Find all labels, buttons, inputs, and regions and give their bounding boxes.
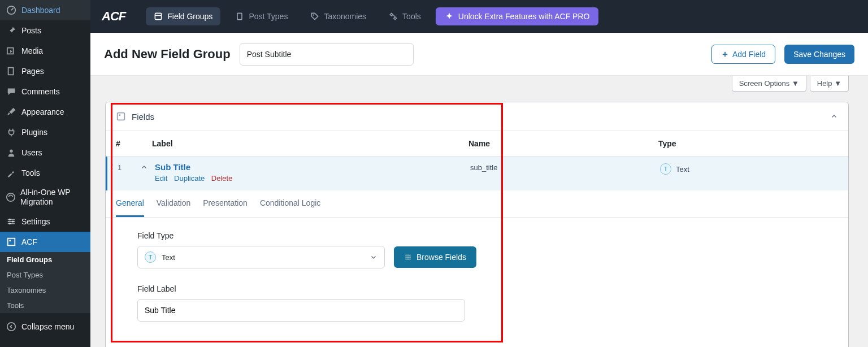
sidebar-item-pages[interactable]: Pages <box>0 61 90 81</box>
sidebar-item-media[interactable]: Media <box>0 41 90 61</box>
upsell-label: Unlock Extra Features with ACF PRO <box>458 12 590 21</box>
panel-header: Fields <box>106 102 848 131</box>
field-name: sub_title <box>470 162 660 172</box>
field-subtabs: General Validation Presentation Conditio… <box>106 190 848 218</box>
field-type: Text <box>676 165 689 174</box>
field-label-link[interactable]: Sub Title <box>155 162 470 172</box>
tab-tools[interactable]: Tools <box>381 7 429 25</box>
acf-icon <box>6 236 17 248</box>
subtab-validation[interactable]: Validation <box>157 190 190 217</box>
sidebar-sub-field-groups[interactable]: Field Groups <box>0 252 90 267</box>
plus-icon <box>721 50 729 58</box>
sidebar-item-aiowpm[interactable]: All-in-One WP Migration <box>0 183 90 211</box>
sidebar-label: Dashboard <box>21 6 60 15</box>
sparkle-icon <box>445 12 454 21</box>
panel-collapse-toggle[interactable] <box>830 112 838 120</box>
tab-label: Taxonomies <box>324 12 366 21</box>
screen-options-toggle[interactable]: Screen Options ▼ <box>732 76 806 92</box>
col-label: Label <box>152 139 468 148</box>
fields-icon <box>116 111 126 122</box>
collapse-label: Collapse menu <box>21 322 74 331</box>
field-label-setting-label: Field Label <box>137 284 817 293</box>
sidebar-label: Users <box>21 148 42 157</box>
chevron-down-icon <box>370 253 377 261</box>
page-title: Add New Field Group <box>104 47 231 62</box>
svg-rect-15 <box>118 113 125 120</box>
sidebar-item-dashboard[interactable]: Dashboard <box>0 0 90 20</box>
sidebar-label: Media <box>21 46 43 55</box>
svg-point-17 <box>405 254 406 255</box>
subtab-presentation[interactable]: Presentation <box>203 190 248 217</box>
acf-topbar: ACF Field Groups Post Types Taxonomies T… <box>90 0 868 33</box>
acf-logo: ACF <box>102 9 125 24</box>
layout-icon <box>154 12 163 21</box>
svg-point-21 <box>407 257 409 258</box>
sidebar-label: Pages <box>21 67 44 76</box>
sidebar-item-acf[interactable]: ACF <box>0 232 90 252</box>
upsell-button[interactable]: Unlock Extra Features with ACF PRO <box>436 7 599 25</box>
sidebar-item-posts[interactable]: Posts <box>0 20 90 41</box>
sidebar-label: All-in-One WP Migration <box>20 188 85 207</box>
drag-handle-icon[interactable]: ⋮⋮ <box>110 163 122 170</box>
col-name: Name <box>468 139 658 148</box>
caret-down-icon: ▼ <box>792 79 799 88</box>
sliders-icon <box>6 216 17 227</box>
duplicate-link[interactable]: Duplicate <box>174 174 205 183</box>
svg-point-25 <box>409 258 410 259</box>
brush-icon <box>6 106 17 118</box>
sidebar-item-comments[interactable]: Comments <box>0 81 90 102</box>
edit-link[interactable]: Edit <box>155 174 167 183</box>
field-row[interactable]: ⋮⋮ 1 Sub Title Edit Duplicate Delete sub… <box>106 157 848 190</box>
svg-rect-2 <box>8 68 14 75</box>
add-field-button[interactable]: Add Field <box>711 45 775 64</box>
save-changes-button[interactable]: Save Changes <box>784 45 854 64</box>
sidebar-item-plugins[interactable]: Plugins <box>0 122 90 142</box>
svg-point-10 <box>7 322 15 330</box>
field-label-input[interactable] <box>137 299 465 322</box>
svg-point-19 <box>409 254 410 255</box>
svg-point-14 <box>313 14 314 15</box>
tab-post-types[interactable]: Post Types <box>227 7 296 25</box>
help-toggle[interactable]: Help ▼ <box>810 76 849 92</box>
sidebar-item-tools[interactable]: Tools <box>0 163 90 183</box>
row-collapse-toggle[interactable] <box>140 162 155 171</box>
svg-point-7 <box>9 222 11 224</box>
tab-field-groups[interactable]: Field Groups <box>146 7 220 25</box>
wrench-icon <box>6 167 17 179</box>
browse-label: Browse Fields <box>416 253 466 262</box>
sidebar-sub-tools[interactable]: Tools <box>0 298 90 313</box>
sidebar-item-users[interactable]: Users <box>0 142 90 163</box>
tab-label: Post Types <box>249 12 288 21</box>
sidebar-item-settings[interactable]: Settings <box>0 211 90 232</box>
migrate-icon <box>6 192 16 203</box>
svg-point-5 <box>9 218 11 220</box>
group-title-input[interactable] <box>240 43 414 66</box>
plug-icon <box>6 127 17 138</box>
subtab-general[interactable]: General <box>116 190 144 217</box>
subtab-conditional[interactable]: Conditional Logic <box>260 190 320 217</box>
svg-point-22 <box>409 257 410 258</box>
row-actions: Edit Duplicate Delete <box>155 174 470 183</box>
type-badge-icon: T <box>660 163 671 175</box>
svg-rect-13 <box>237 13 242 19</box>
tab-label: Field Groups <box>167 12 212 21</box>
delete-link[interactable]: Delete <box>211 174 233 183</box>
browse-fields-button[interactable]: Browse Fields <box>394 246 476 268</box>
add-field-label: Add Field <box>732 50 766 59</box>
fields-panel: Fields # Label Name Type ⋮⋮ 1 Sub Title … <box>105 102 849 347</box>
doc-icon <box>235 12 244 21</box>
page-icon <box>6 66 17 77</box>
tab-taxonomies[interactable]: Taxonomies <box>302 7 374 25</box>
type-badge-icon: T <box>145 251 156 263</box>
field-type-select[interactable]: T Text <box>137 246 385 268</box>
svg-point-23 <box>405 258 406 259</box>
col-num: # <box>116 139 152 148</box>
sidebar-sub-taxonomies[interactable]: Taxonomies <box>0 283 90 298</box>
svg-rect-11 <box>155 13 162 19</box>
collapse-menu[interactable]: Collapse menu <box>0 316 90 337</box>
svg-rect-16 <box>119 114 120 116</box>
sidebar-sub-post-types[interactable]: Post Types <box>0 267 90 283</box>
svg-rect-9 <box>9 240 11 241</box>
tag-icon <box>310 12 319 21</box>
sidebar-item-appearance[interactable]: Appearance <box>0 102 90 122</box>
